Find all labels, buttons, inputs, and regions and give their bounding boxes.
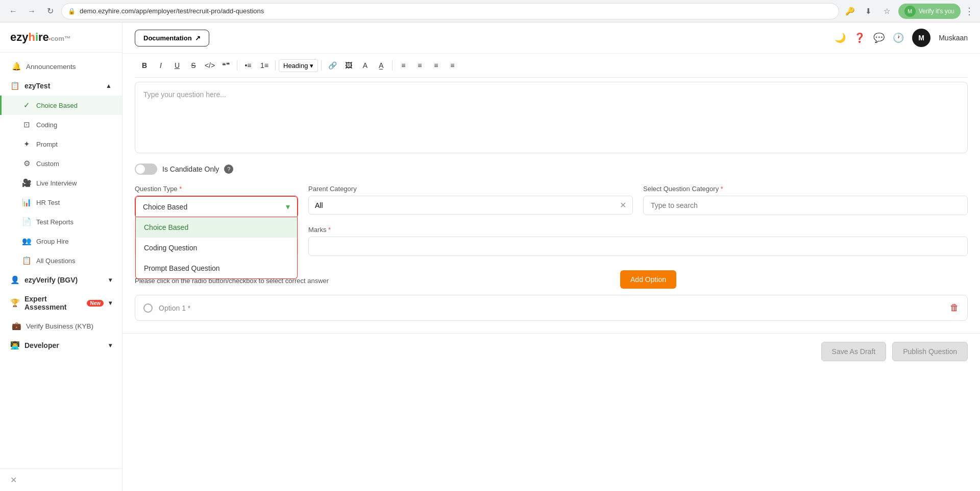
close-sidebar-button[interactable]: ✕ xyxy=(10,476,17,484)
heading-select[interactable]: Heading ▾ xyxy=(279,59,318,72)
moon-icon[interactable]: 🌙 xyxy=(835,32,846,43)
sidebar-section-ezytest[interactable]: 📋 ezyTest ▲ xyxy=(0,76,122,96)
sidebar-item-verify-business[interactable]: 💼 Verify Business (KYB) xyxy=(0,316,122,336)
candidate-only-toggle[interactable] xyxy=(135,163,157,175)
sidebar-item-label: HR Test xyxy=(36,199,60,206)
ezyverify-icon: 👤 xyxy=(10,275,19,285)
sidebar-item-test-reports[interactable]: 📄 Test Reports xyxy=(0,212,122,231)
chevron-up-icon: ▲ xyxy=(106,82,112,89)
select-question-category-group: Select Question Category * xyxy=(643,185,968,215)
question-type-group: Question Type * Choice Based ▾ Choice Ba… xyxy=(135,185,298,218)
sidebar-nav: 🔔 Announcements 📋 ezyTest ▲ ✓ Choice Bas… xyxy=(0,53,122,469)
save-draft-button[interactable]: Save As Draft xyxy=(821,342,887,361)
sidebar-item-label: All Questions xyxy=(36,257,76,265)
sidebar-item-group-hire[interactable]: 👥 Group Hire xyxy=(0,231,122,251)
prompt-based-option: Prompt Based Question xyxy=(144,264,220,272)
question-category-search-input[interactable] xyxy=(643,196,968,215)
prompt-icon: ✦ xyxy=(22,139,31,149)
history-icon[interactable]: 🕐 xyxy=(893,32,904,43)
address-bar[interactable]: 🔒 demo.ezyhire.com/app/employer/test/rec… xyxy=(61,3,839,19)
question-editor[interactable]: Type your question here... xyxy=(135,82,968,153)
sidebar-logo: ezyhire•com™ xyxy=(0,22,122,53)
sidebar-section-label: Developer xyxy=(24,341,59,349)
coding-question-option: Coding Question xyxy=(144,244,197,252)
star-icon[interactable]: ☆ xyxy=(880,4,894,18)
add-option-button[interactable]: Add Option xyxy=(620,270,676,289)
bullet-list-button[interactable]: •≡ xyxy=(240,58,256,73)
top-bar: Documentation ↗ 🌙 ❓ 💬 🕐 M Muskaan xyxy=(122,22,980,54)
code-button[interactable]: </> xyxy=(202,58,217,73)
delete-option-1-button[interactable]: 🗑 xyxy=(950,302,959,313)
option-item-1: Option 1 * 🗑 xyxy=(135,295,968,321)
sidebar-item-custom[interactable]: ⚙ Custom xyxy=(0,154,122,173)
sidebar-item-announcements[interactable]: 🔔 Announcements xyxy=(0,57,122,76)
marks-input[interactable] xyxy=(308,237,968,256)
dropdown-item-choice-based[interactable]: Choice Based xyxy=(136,217,297,238)
image-button[interactable]: 🖼 xyxy=(341,58,356,73)
highlight-button[interactable]: A̲ xyxy=(374,58,389,73)
sidebar-section-developer[interactable]: 👨‍💻 Developer ▾ xyxy=(0,336,122,355)
sidebar-item-label: Choice Based xyxy=(36,102,78,109)
text-color-button[interactable]: A xyxy=(357,58,373,73)
sidebar-section-expert-assessment[interactable]: 🏆 Expert Assessment New ▾ xyxy=(0,290,122,316)
user-name[interactable]: Muskaan xyxy=(939,34,968,42)
heading-label: Heading xyxy=(283,62,308,69)
sidebar: ezyhire•com™ 🔔 Announcements 📋 ezyTest ▲… xyxy=(0,22,122,491)
help-icon[interactable]: ❓ xyxy=(854,32,865,43)
italic-button[interactable]: I xyxy=(153,58,168,73)
align-justify-button[interactable]: ≡ xyxy=(445,58,460,73)
lock-icon: 🔒 xyxy=(68,8,76,15)
question-type-trigger[interactable]: Choice Based ▾ xyxy=(135,196,298,217)
sidebar-item-all-questions[interactable]: 📋 All Questions xyxy=(0,251,122,270)
forward-button[interactable]: → xyxy=(24,4,39,18)
sidebar-bottom: ✕ xyxy=(0,469,122,491)
verify-badge[interactable]: M Verify it's you xyxy=(898,4,961,19)
bold-button[interactable]: B xyxy=(137,58,152,73)
sidebar-item-coding[interactable]: ⊡ Coding xyxy=(0,115,122,134)
quote-button[interactable]: ❝❞ xyxy=(218,58,234,73)
sidebar-section-ezyverify[interactable]: 👤 ezyVerify (BGV) ▾ xyxy=(0,270,122,290)
dropdown-item-prompt-based[interactable]: Prompt Based Question xyxy=(136,258,297,278)
chevron-down-icon: ▾ xyxy=(109,342,112,349)
strikethrough-button[interactable]: S xyxy=(186,58,201,73)
live-interview-icon: 🎥 xyxy=(22,178,31,188)
sidebar-section-label: ezyTest xyxy=(24,82,50,90)
link-button[interactable]: 🔗 xyxy=(325,58,340,73)
documentation-button[interactable]: Documentation ↗ xyxy=(135,30,209,46)
key-icon[interactable]: 🔑 xyxy=(843,4,857,18)
parent-category-input[interactable] xyxy=(315,201,620,209)
option-radio-1[interactable] xyxy=(143,303,153,313)
align-center-button[interactable]: ≡ xyxy=(412,58,427,73)
publish-question-button[interactable]: Publish Question xyxy=(892,342,968,361)
editor-area: B I U S </> ❝❞ •≡ 1≡ Heading ▾ 🔗 🖼 A A̲ xyxy=(122,54,980,333)
required-indicator: * xyxy=(179,185,182,193)
sidebar-item-live-interview[interactable]: 🎥 Live Interview xyxy=(0,173,122,193)
heading-dropdown-icon: ▾ xyxy=(310,62,313,69)
numbered-list-button[interactable]: 1≡ xyxy=(257,58,272,73)
sidebar-item-choice-based[interactable]: ✓ Choice Based xyxy=(0,96,122,115)
all-questions-icon: 📋 xyxy=(22,256,31,265)
refresh-button[interactable]: ↻ xyxy=(43,4,57,18)
align-right-button[interactable]: ≡ xyxy=(428,58,444,73)
back-button[interactable]: ← xyxy=(6,4,20,18)
sidebar-item-prompt[interactable]: ✦ Prompt xyxy=(0,134,122,154)
chat-icon[interactable]: 💬 xyxy=(873,32,885,43)
align-left-button[interactable]: ≡ xyxy=(396,58,411,73)
clear-parent-category-button[interactable]: ✕ xyxy=(620,200,626,210)
toolbar-divider-3 xyxy=(321,60,322,71)
sidebar-item-hr-test[interactable]: 📊 HR Test xyxy=(0,193,122,212)
dropdown-item-coding-question[interactable]: Coding Question xyxy=(136,238,297,258)
chevron-down-icon: ▾ xyxy=(109,299,112,307)
toggle-knob xyxy=(136,165,145,174)
marks-group: Marks * xyxy=(308,226,968,256)
help-circle-icon[interactable]: ? xyxy=(224,165,233,174)
underline-button[interactable]: U xyxy=(169,58,185,73)
user-avatar[interactable]: M xyxy=(912,29,930,47)
verify-label: Verify it's you xyxy=(919,8,954,15)
browser-menu-icon[interactable]: ⋮ xyxy=(965,6,974,17)
marks-label: Marks * xyxy=(308,226,968,233)
option-text-1: Option 1 * xyxy=(159,304,944,312)
download-icon[interactable]: ⬇ xyxy=(862,4,876,18)
question-type-label: Question Type * xyxy=(135,185,298,193)
parent-category-group: Parent Category ✕ xyxy=(308,185,633,215)
